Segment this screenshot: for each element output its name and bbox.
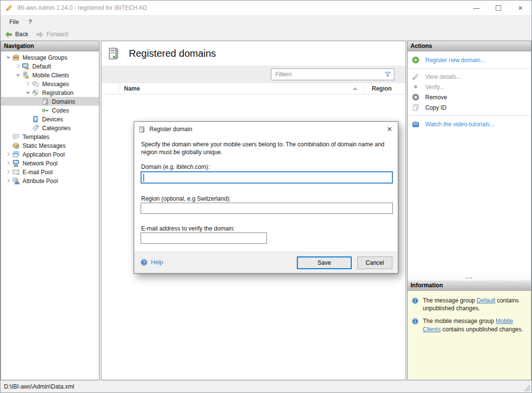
filter-band bbox=[101, 66, 406, 83]
navigation-panel: Navigation Message GroupsDefaultMobile C… bbox=[0, 41, 99, 380]
action-watch-the-video-tutorials[interactable]: Watch the video-tutorials... bbox=[408, 119, 531, 129]
titlebar: IBI-aws Admin 1.24.0 - registered for IB… bbox=[0, 0, 532, 16]
chevron-right-icon[interactable] bbox=[14, 63, 22, 69]
column-header-region[interactable]: Region bbox=[364, 83, 406, 94]
dialog-close-icon[interactable]: ✕ bbox=[381, 122, 398, 137]
sidebar-item-label: Domains bbox=[50, 98, 76, 105]
action-remove[interactable]: Remove bbox=[408, 92, 531, 102]
close-button[interactable]: ✕ bbox=[509, 0, 532, 16]
forward-button[interactable]: Forward bbox=[36, 31, 68, 38]
menu-item-file[interactable]: File bbox=[4, 17, 24, 27]
sidebar-item-domains[interactable]: Domains bbox=[1, 97, 99, 106]
table-header: Name Region bbox=[101, 83, 406, 94]
help-link[interactable]: ? Help bbox=[140, 258, 163, 266]
column-header-name[interactable]: Name bbox=[119, 83, 364, 94]
chevron-right-icon[interactable] bbox=[4, 168, 12, 175]
dialog-titlebar: Register domain ✕ bbox=[134, 122, 398, 137]
sidebar-item-label: Registration bbox=[41, 89, 75, 96]
splitter-grip[interactable] bbox=[408, 276, 531, 280]
minimize-button[interactable]: — bbox=[465, 0, 487, 16]
save-button[interactable]: Save bbox=[297, 256, 352, 269]
action-view-details[interactable]: View details... bbox=[408, 71, 531, 82]
filter-input[interactable] bbox=[275, 71, 384, 78]
sidebar-item-message-groups[interactable]: Message Groups bbox=[1, 53, 99, 62]
info-icon bbox=[411, 317, 419, 333]
region-input[interactable] bbox=[141, 203, 392, 213]
app-windows-icon bbox=[12, 151, 21, 158]
static-box-icon bbox=[12, 142, 21, 149]
cancel-button[interactable]: Cancel bbox=[357, 256, 392, 269]
chevron-right-icon[interactable] bbox=[4, 177, 12, 184]
main-title-row: Registered domains bbox=[101, 41, 406, 66]
monitor-warning-icon bbox=[22, 63, 31, 70]
action-verify[interactable]: Verify... bbox=[408, 82, 531, 92]
maximize-button[interactable]: ☐ bbox=[487, 0, 509, 16]
tv-icon bbox=[412, 120, 420, 128]
chevron-right-icon[interactable] bbox=[24, 80, 32, 87]
sidebar-item-label: Attribute Pool bbox=[21, 177, 59, 185]
registration-icon bbox=[32, 89, 41, 96]
sidebar-item-attribute-pool[interactable]: Attribute Pool bbox=[1, 176, 99, 185]
dialog-description: Specify the domain where your mobile use… bbox=[141, 141, 391, 157]
sidebar-item-default[interactable]: Default bbox=[1, 62, 99, 70]
network-monitor-icon bbox=[12, 160, 21, 167]
domain-input[interactable] bbox=[142, 172, 392, 183]
sidebar-item-categories[interactable]: Categories bbox=[1, 123, 99, 132]
chevron-right-icon[interactable] bbox=[4, 160, 12, 166]
sidebar-item-application-pool[interactable]: Application Pool bbox=[1, 150, 99, 159]
filter-funnel-icon[interactable] bbox=[384, 71, 391, 78]
statusbar-path: D:\IBI-aws\Admin\Data.xml bbox=[4, 383, 74, 390]
window-controls: — ☐ ✕ bbox=[465, 0, 532, 16]
sidebar-item-network-pool[interactable]: Network Pool bbox=[1, 159, 99, 167]
sidebar-item-mobile-clients[interactable]: Mobile Clients bbox=[1, 70, 99, 79]
action-label: Register new domain... bbox=[425, 57, 485, 64]
menu-item-[interactable]: ? bbox=[24, 17, 37, 27]
help-label: Help bbox=[151, 259, 163, 266]
template-bubble-icon bbox=[12, 133, 21, 140]
actions-separator bbox=[409, 116, 530, 116]
back-label: Back bbox=[15, 31, 28, 38]
chevron-down-icon[interactable] bbox=[14, 71, 22, 78]
chevron-down-icon[interactable] bbox=[4, 54, 12, 61]
action-label: Remove bbox=[425, 94, 447, 101]
sidebar-item-e-mail-pool[interactable]: E-mail Pool bbox=[1, 167, 99, 176]
information-list: The message group Default contains unpub… bbox=[408, 291, 531, 380]
navigation-tree: Message GroupsDefaultMobile ClientsMessa… bbox=[1, 51, 99, 380]
right-panel: Actions Register new domain...View detai… bbox=[407, 41, 532, 380]
back-button[interactable]: Back bbox=[5, 31, 28, 38]
navigation-header: Navigation bbox=[1, 41, 99, 51]
sidebar-item-messages[interactable]: Messages bbox=[1, 79, 99, 88]
sidebar-item-templates[interactable]: Templates bbox=[1, 132, 99, 141]
resize-grip-icon[interactable] bbox=[524, 385, 531, 392]
info-text: The mobile message group Mobile Clients … bbox=[423, 317, 527, 333]
toolbar: Back Forward bbox=[0, 28, 532, 41]
column-header-blank bbox=[101, 83, 119, 94]
phone-icon bbox=[32, 116, 41, 123]
sidebar-item-codes[interactable]: Codes bbox=[1, 106, 99, 115]
info-text: The message group Default contains unpub… bbox=[423, 297, 527, 312]
action-copy-id[interactable]: Copy ID bbox=[408, 102, 531, 113]
register-domain-dialog: Register domain ✕ Specify the domain whe… bbox=[134, 121, 398, 274]
sidebar-item-label: Templates bbox=[21, 133, 51, 140]
sidebar-item-static-messages[interactable]: Static Messages bbox=[1, 141, 99, 150]
info-item: The mobile message group Mobile Clients … bbox=[411, 317, 527, 333]
actions-list: Register new domain...View details...Ver… bbox=[408, 51, 531, 276]
info-link-default[interactable]: Default bbox=[477, 297, 495, 304]
sidebar-item-devices[interactable]: Devices bbox=[1, 115, 99, 123]
email-input[interactable] bbox=[141, 233, 266, 243]
email-field-label: E-mail address to verify the domain: bbox=[141, 225, 235, 232]
action-register-new-domain[interactable]: Register new domain... bbox=[408, 55, 531, 65]
info-link-mobile-clients[interactable]: Mobile Clients bbox=[423, 318, 513, 332]
region-field bbox=[141, 203, 393, 214]
svg-text:?: ? bbox=[143, 260, 145, 265]
region-field-label: Region (optional, e.g Switzerland): bbox=[141, 195, 231, 202]
email-field bbox=[141, 232, 267, 244]
sidebar-item-label: Default bbox=[31, 63, 52, 70]
information-header: Information bbox=[408, 280, 531, 291]
actions-header: Actions bbox=[408, 41, 531, 51]
forward-arrow-icon bbox=[36, 31, 44, 38]
sidebar-item-label: Devices bbox=[41, 116, 65, 123]
chevron-down-icon[interactable] bbox=[24, 89, 32, 96]
chevron-right-icon[interactable] bbox=[4, 151, 12, 158]
sidebar-item-registration[interactable]: Registration bbox=[1, 88, 99, 97]
